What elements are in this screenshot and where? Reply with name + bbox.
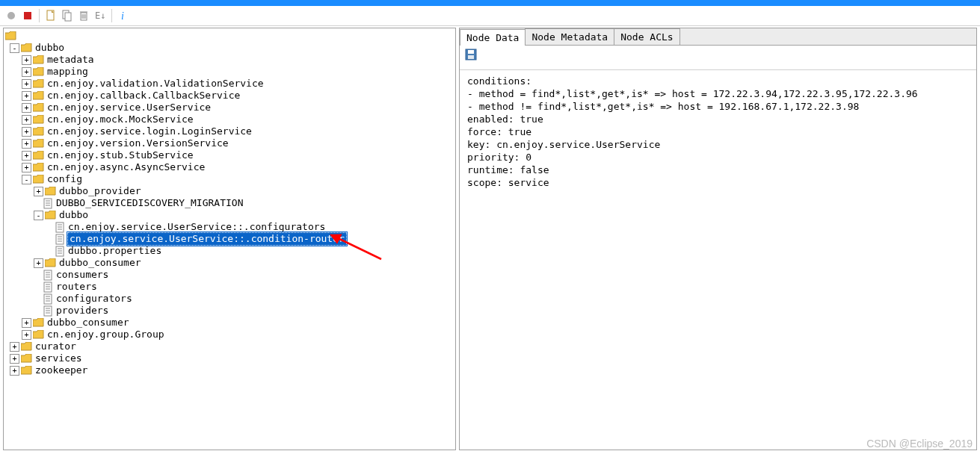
tree-panel[interactable]: - dubbo + metadata + mapping + cn.en bbox=[3, 28, 456, 450]
tree-label[interactable]: cn.enjoy.stub.StubService bbox=[46, 149, 194, 161]
expand-icon[interactable]: + bbox=[10, 354, 19, 364]
expand-icon[interactable]: + bbox=[22, 318, 31, 328]
tree-node[interactable]: configurators bbox=[5, 293, 454, 305]
tree-node[interactable]: + cn.enjoy.stub.StubService bbox=[5, 149, 454, 161]
tree-label[interactable]: cn.enjoy.group.Group bbox=[46, 329, 165, 340]
new-file-button[interactable] bbox=[44, 9, 58, 22]
tree-node[interactable]: cn.enjoy.service.UserService::.configura… bbox=[5, 221, 454, 233]
info-button[interactable]: i bbox=[117, 9, 130, 22]
tree-node[interactable]: + dubbo_provider bbox=[5, 185, 454, 197]
expand-icon[interactable]: + bbox=[22, 91, 31, 101]
expand-icon[interactable]: + bbox=[22, 79, 31, 89]
tree-node[interactable]: routers bbox=[5, 281, 454, 293]
tree-label[interactable]: dubbo bbox=[34, 42, 65, 54]
tree-node[interactable]: + metadata bbox=[5, 54, 454, 66]
tree-label[interactable]: cn.enjoy.service.UserService bbox=[46, 102, 212, 114]
collapse-icon[interactable]: - bbox=[22, 175, 31, 184]
tree-node[interactable]: + cn.enjoy.service.UserService bbox=[5, 102, 454, 114]
expand-icon[interactable]: + bbox=[22, 330, 31, 340]
expand-icon[interactable]: + bbox=[22, 163, 31, 172]
expand-icon[interactable]: + bbox=[10, 366, 19, 376]
tree-node[interactable]: + cn.enjoy.validation.ValidationService bbox=[5, 78, 454, 90]
expand-icon[interactable]: + bbox=[22, 127, 31, 137]
file-icon bbox=[43, 270, 53, 281]
record-button[interactable] bbox=[4, 9, 18, 22]
window-titlebar bbox=[0, 0, 980, 6]
svg-text:i: i bbox=[121, 10, 124, 22]
tree-node[interactable]: DUBBO_SERVICEDISCOVERY_MIGRATION bbox=[5, 197, 454, 209]
tree-node[interactable]: + cn.enjoy.group.Group bbox=[5, 329, 454, 340]
tree-node[interactable]: + cn.enjoy.service.login.LoginService bbox=[5, 125, 454, 137]
stop-button[interactable] bbox=[21, 9, 34, 22]
node-data-content[interactable]: conditions: - method = find*,list*,get*,… bbox=[460, 70, 976, 193]
tree-node[interactable]: + cn.enjoy.callback.CallbackService bbox=[5, 90, 454, 102]
tree-label[interactable]: config bbox=[46, 173, 83, 185]
tree-label[interactable]: cn.enjoy.service.login.LoginService bbox=[46, 125, 253, 137]
tree-node[interactable]: - dubbo bbox=[5, 42, 454, 54]
tree-node[interactable]: + curator bbox=[5, 340, 454, 352]
tree-node[interactable]: + cn.enjoy.async.AsyncService bbox=[5, 161, 454, 173]
tree-label[interactable]: cn.enjoy.callback.CallbackService bbox=[46, 90, 241, 102]
tree-label[interactable]: dubbo_consumer bbox=[58, 257, 142, 269]
copy-button[interactable] bbox=[61, 9, 74, 22]
tree-label[interactable]: DUBBO_SERVICEDISCOVERY_MIGRATION bbox=[55, 197, 244, 209]
tree-node[interactable]: + dubbo_consumer bbox=[5, 257, 454, 269]
tree-node-root[interactable] bbox=[5, 30, 454, 42]
tree-label[interactable]: cn.enjoy.mock.MockService bbox=[46, 114, 194, 125]
tree-node[interactable]: providers bbox=[5, 305, 454, 317]
tree-node[interactable]: + cn.enjoy.mock.MockService bbox=[5, 114, 454, 125]
expand-icon[interactable]: + bbox=[34, 258, 43, 268]
edit-button[interactable]: E↓ bbox=[93, 9, 107, 22]
tab-node-data[interactable]: Node Data bbox=[460, 29, 526, 46]
file-icon bbox=[43, 282, 53, 293]
folder-icon bbox=[21, 342, 32, 352]
save-button[interactable] bbox=[464, 48, 478, 61]
collapse-icon[interactable]: - bbox=[10, 43, 19, 53]
tree-node[interactable]: dubbo.properties bbox=[5, 245, 454, 257]
tree-label[interactable]: cn.enjoy.version.VersionService bbox=[46, 137, 229, 149]
file-icon bbox=[43, 293, 53, 305]
tab-node-acls[interactable]: Node ACLs bbox=[614, 28, 679, 45]
tree-label[interactable]: consumers bbox=[55, 269, 109, 281]
tree-label[interactable]: services bbox=[34, 352, 83, 364]
expand-icon[interactable]: + bbox=[22, 115, 31, 125]
tree-node-selected[interactable]: cn.enjoy.service.UserService::.condition… bbox=[5, 233, 454, 245]
tree-node[interactable]: + dubbo_consumer bbox=[5, 317, 454, 329]
expand-icon[interactable]: + bbox=[22, 139, 31, 149]
tree-label[interactable]: curator bbox=[34, 340, 77, 352]
tree-node[interactable]: + mapping bbox=[5, 66, 454, 78]
tree-label[interactable]: routers bbox=[55, 281, 98, 293]
collapse-icon[interactable]: - bbox=[34, 211, 43, 220]
tree-label[interactable]: cn.enjoy.service.UserService::.configura… bbox=[67, 221, 326, 233]
tree-label[interactable]: cn.enjoy.async.AsyncService bbox=[46, 161, 206, 173]
tree-node[interactable]: consumers bbox=[5, 269, 454, 281]
tree-node[interactable]: - config bbox=[5, 173, 454, 185]
tree-label[interactable]: dubbo bbox=[58, 209, 89, 221]
tree-label[interactable]: dubbo_provider bbox=[58, 185, 142, 197]
delete-button[interactable] bbox=[77, 9, 90, 22]
expand-icon[interactable]: + bbox=[22, 103, 31, 113]
tree-node[interactable]: + services bbox=[5, 352, 454, 364]
tree-label[interactable]: mapping bbox=[46, 66, 89, 78]
spacer bbox=[46, 235, 54, 243]
expand-icon[interactable]: + bbox=[34, 187, 43, 196]
tree-label[interactable]: dubbo_consumer bbox=[46, 317, 130, 329]
expand-icon[interactable]: + bbox=[22, 55, 31, 65]
tree-node[interactable]: + cn.enjoy.version.VersionService bbox=[5, 137, 454, 149]
detail-panel: Node Data Node Metadata Node ACLs condit… bbox=[459, 28, 977, 450]
tree-label[interactable]: dubbo.properties bbox=[67, 245, 162, 257]
tab-node-metadata[interactable]: Node Metadata bbox=[525, 28, 614, 45]
expand-icon[interactable]: + bbox=[22, 151, 31, 161]
tree-label[interactable]: zookeeper bbox=[34, 364, 88, 376]
svg-rect-4 bbox=[65, 13, 71, 21]
tree-label[interactable]: providers bbox=[55, 305, 109, 317]
tree-label[interactable]: cn.enjoy.validation.ValidationService bbox=[46, 78, 265, 90]
folder-icon bbox=[33, 330, 44, 340]
tree-label-selected[interactable]: cn.enjoy.service.UserService::.condition… bbox=[67, 232, 347, 246]
expand-icon[interactable]: + bbox=[10, 342, 19, 352]
tree-label[interactable]: metadata bbox=[46, 54, 95, 66]
tree-node[interactable]: - dubbo bbox=[5, 209, 454, 221]
tree-node[interactable]: + zookeeper bbox=[5, 364, 454, 376]
expand-icon[interactable]: + bbox=[22, 67, 31, 77]
tree-label[interactable]: configurators bbox=[55, 293, 133, 305]
